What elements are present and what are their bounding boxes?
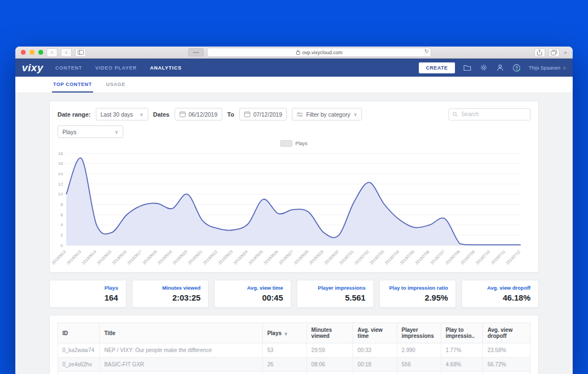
create-button[interactable]: CREATE	[419, 62, 455, 73]
table-cell: NEP / VIXY: Our people make the differen…	[100, 343, 263, 358]
folder-icon[interactable]	[463, 64, 471, 72]
column-header-player-impressions[interactable]: Player impressions	[397, 323, 441, 343]
forward-button[interactable]: ›	[61, 48, 72, 57]
date-to-input[interactable]: 07/12/2019	[239, 108, 287, 120]
zoom-window-button[interactable]	[38, 50, 43, 55]
help-icon[interactable]: ?	[512, 64, 521, 72]
y-tick-label: 8	[61, 202, 64, 207]
x-tick-label: 20190617	[126, 249, 143, 266]
stat-label: Avg. view dropoff	[470, 285, 531, 291]
table-cell: 23.58%	[483, 343, 531, 358]
legend-label: Plays	[295, 141, 307, 146]
x-tick-label: 20190704	[384, 249, 400, 266]
x-tick-label: 20190707	[429, 249, 446, 266]
table-cell: 556	[397, 358, 441, 372]
x-tick-label: 20190625	[247, 249, 264, 266]
date-from-input[interactable]: 06/12/2019	[175, 108, 223, 120]
table-cell: 71.73%	[483, 372, 531, 374]
tab-usage[interactable]: USAGE	[105, 77, 126, 93]
x-tick-label: 20190615	[96, 249, 112, 266]
table-cell: 398	[397, 372, 441, 374]
x-tick-label: 20190628	[293, 249, 309, 266]
table-row[interactable]: 0_mdp7rfyrNew brand store Miami Suit Sup…	[58, 372, 531, 374]
table-row[interactable]: 0_ze4s62hvBASIC-FIT GXR2608:0600:185564.…	[58, 358, 531, 372]
search-icon	[453, 112, 458, 117]
x-tick-label: 20190703	[368, 249, 385, 266]
desktop-background: ‹ › ••• ovp.vixycloud.com ↻ +	[0, 0, 588, 374]
refresh-icon[interactable]: ↻	[424, 48, 429, 54]
date-range-select[interactable]: Last 30 days ∨	[96, 108, 148, 120]
chart-legend: Plays	[50, 140, 538, 147]
stat-card-plays: Plays164	[49, 280, 126, 308]
x-tick-label: 20190706	[414, 249, 430, 266]
date-range-label: Date range:	[57, 111, 91, 118]
search-input[interactable]	[460, 111, 526, 118]
filter-row: Date range: Last 30 days ∨ Dates 06/12/2…	[50, 101, 538, 123]
user-menu[interactable]: Thijs Spaanen ∨	[529, 65, 566, 71]
table-cell: 13:11	[307, 372, 353, 374]
vixy-logo[interactable]: vixy	[22, 62, 43, 74]
x-tick-label: 20190711	[490, 249, 506, 266]
stat-value: 2.95%	[388, 293, 448, 302]
table-cell: 00:34	[353, 372, 397, 374]
main-navigation: CONTENTVIDEO PLAYERANALYTICS	[55, 65, 182, 71]
y-tick-label: 18	[58, 151, 63, 156]
metric-select-value: Plays	[62, 129, 77, 135]
table-cell: 0_mdp7rfyr	[58, 372, 100, 374]
minimize-window-button[interactable]	[30, 50, 34, 55]
address-bar[interactable]: ovp.vixycloud.com ↻	[207, 48, 431, 57]
gear-icon[interactable]	[480, 64, 488, 72]
filter-by-category-label: Filter by category	[306, 111, 350, 118]
stat-card-player-impressions: Player impressions5.561	[297, 280, 374, 308]
nav-item-content[interactable]: CONTENT	[55, 65, 82, 71]
tab-top-content[interactable]: TOP CONTENT	[52, 77, 93, 93]
stat-card-minutes-viewed: Minutes viewed2:03:25	[132, 280, 209, 308]
nav-item-video-player[interactable]: VIDEO PLAYER	[95, 65, 137, 71]
column-header-minutes-viewed[interactable]: Minutes viewed	[307, 323, 353, 343]
table-row[interactable]: 0_ka2waw74NEP / VIXY: Our people make th…	[58, 343, 531, 358]
nav-item-analytics[interactable]: ANALYTICS	[150, 65, 182, 71]
column-header-avg-view-dropoff[interactable]: Avg. view dropoff	[483, 323, 531, 343]
column-header-title[interactable]: Title	[100, 323, 263, 343]
column-header-plays[interactable]: Plays∨	[263, 323, 307, 343]
page-content: Date range: Last 30 days ∨ Dates 06/12/2…	[15, 93, 573, 374]
date-from-value: 06/12/2019	[189, 111, 218, 118]
window-controls	[21, 50, 43, 55]
date-range-value: Last 30 days	[101, 111, 134, 118]
x-tick-label: 20190624	[232, 249, 249, 266]
x-tick-label: 20190620	[172, 249, 188, 266]
table-cell: 53	[263, 343, 307, 358]
stat-card-avg-view-dropoff: Avg. view dropoff46.18%	[462, 280, 539, 308]
filter-sliders-icon	[297, 112, 303, 117]
x-tick-label: 20190710	[475, 249, 491, 266]
column-header-id[interactable]: ID	[58, 323, 100, 343]
share-icon[interactable]	[534, 48, 545, 57]
table-cell: 1.77%	[441, 343, 483, 358]
legend-swatch	[280, 140, 292, 147]
extension-pill[interactable]: •••	[188, 48, 204, 56]
x-tick-label: 20190623	[217, 249, 234, 266]
new-tab-icon[interactable]: +	[564, 49, 567, 56]
x-tick-label: 20190708	[445, 249, 461, 266]
table-cell: 2.990	[397, 343, 441, 358]
column-header-avg-view-time[interactable]: Avg. view time	[353, 323, 397, 343]
y-tick-label: 6	[61, 212, 64, 217]
tab-overview-icon[interactable]	[549, 48, 560, 57]
filter-by-category-button[interactable]: Filter by category ∨	[292, 108, 362, 120]
chevron-down-icon: ∨	[140, 112, 143, 117]
browser-window: ‹ › ••• ovp.vixycloud.com ↻ +	[15, 47, 573, 374]
metric-select-row: Plays ∨	[50, 123, 538, 138]
x-tick-label: 20190709	[459, 249, 476, 266]
stat-label: Player impressions	[305, 285, 366, 291]
chevron-down-icon: ∨	[562, 65, 566, 71]
sidebar-icon[interactable]	[75, 48, 86, 57]
column-header-play-to-impressio-[interactable]: Play to impressio..	[441, 323, 483, 343]
table-cell: New brand store Miami Suit Supply	[100, 372, 263, 374]
user-icon[interactable]	[496, 64, 504, 72]
navbar-right: CREATE ? Thijs Spaanen ∨	[419, 62, 566, 73]
analytics-tabbar: TOP CONTENTUSAGE	[15, 77, 573, 93]
metric-select[interactable]: Plays ∨	[57, 125, 123, 138]
back-button[interactable]: ‹	[47, 48, 57, 57]
y-tick-label: 4	[61, 222, 64, 227]
close-window-button[interactable]	[21, 50, 26, 55]
